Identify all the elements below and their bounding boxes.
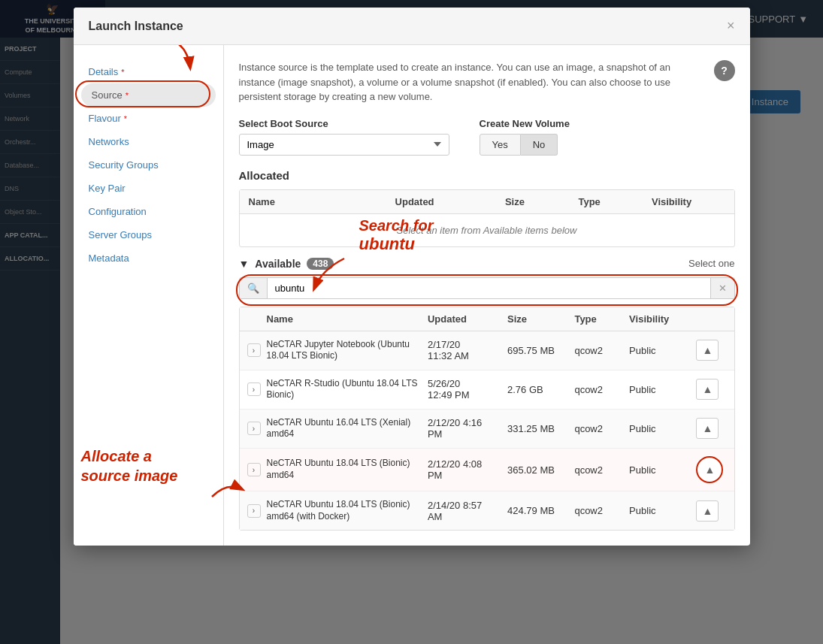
modal-main-content: ? Instance source is the template used t… [224, 45, 750, 546]
row-expand-button[interactable]: › [247, 422, 261, 435]
nav-item-metadata[interactable]: Metadata [74, 246, 223, 270]
row-expand-button[interactable]: › [247, 382, 261, 396]
available-header: ▼ Available 438 Select one [239, 258, 735, 270]
table-row: › NeCTAR Ubuntu 18.04 LTS (Bionic) amd64… [240, 491, 734, 530]
search-icon: 🔍 [240, 278, 268, 298]
modal-title: Launch Instance [89, 20, 183, 33]
help-button[interactable]: ? [714, 60, 735, 81]
allocated-table-header: Name Updated Size Type Visibility [240, 190, 734, 214]
results-table: Name Updated Size Type Visibility › NeCT… [239, 307, 735, 531]
allocate-button-highlighted[interactable]: ▲ [696, 456, 723, 483]
row-expand-button[interactable]: › [247, 504, 261, 518]
yes-button[interactable]: Yes [480, 134, 521, 156]
nav-item-configuration[interactable]: Configuration [74, 200, 223, 223]
available-title: ▼ Available 438 [239, 258, 334, 270]
allocated-empty-message: Select an item from Available items belo… [240, 214, 734, 246]
search-wrapper: Search forubuntu 🔍 [239, 277, 735, 299]
boot-source-select[interactable]: Image [239, 134, 449, 156]
no-button[interactable]: No [521, 134, 558, 156]
modal-close-button[interactable]: × [727, 18, 735, 34]
nav-item-key-pair[interactable]: Key Pair [74, 177, 223, 200]
new-volume-label: Create New Volume [480, 118, 570, 129]
highlighted-allocate-wrapper: ▲ [696, 456, 726, 483]
allocated-title: Allocated [239, 169, 735, 182]
results-table-header: Name Updated Size Type Visibility [240, 307, 734, 331]
table-row: › NeCTAR R-Studio (Ubuntu 18.04 LTS Bion… [240, 370, 734, 410]
modal-navigation: Go to Source tab Details * [74, 45, 224, 546]
allocated-table: Name Updated Size Type Visibility Select… [239, 189, 735, 247]
row-expand-button[interactable]: › [247, 463, 261, 476]
source-description: Instance source is the template used to … [239, 60, 735, 104]
available-badge: 438 [307, 258, 334, 270]
nav-item-networks[interactable]: Networks [74, 130, 223, 153]
boot-source-group: Select Boot Source Image [239, 118, 449, 156]
nav-item-security-groups[interactable]: Security Groups [74, 153, 223, 177]
modal-overlay: Launch Instance × Go to Source tab [0, 0, 823, 644]
yes-no-toggle: Yes No [480, 134, 570, 156]
row-expand-button[interactable]: › [247, 343, 261, 357]
allocate-button[interactable]: ▲ [696, 379, 719, 400]
select-one-label: Select one [688, 258, 734, 269]
modal-body: Go to Source tab Details * [74, 45, 750, 546]
search-box: 🔍 ✕ [239, 277, 735, 299]
allocate-button[interactable]: ▲ [696, 418, 719, 439]
nav-item-flavour[interactable]: Flavour * [74, 107, 223, 130]
new-volume-group: Create New Volume Yes No [480, 118, 570, 156]
nav-item-details[interactable]: Details * [74, 60, 223, 83]
nav-item-source[interactable]: Source * [81, 83, 216, 107]
boot-source-label: Select Boot Source [239, 118, 449, 129]
table-row: › NeCTAR Ubuntu 16.04 LTS (Xenial) amd64… [240, 410, 734, 449]
nav-item-source-wrapper: Source * [74, 83, 223, 107]
table-row: › NeCTAR Ubuntu 18.04 LTS (Bionic) amd64… [240, 449, 734, 491]
launch-instance-modal: Launch Instance × Go to Source tab [74, 8, 750, 546]
annotation-allocate: Allocate asource image [81, 446, 178, 485]
nav-item-server-groups[interactable]: Server Groups [74, 223, 223, 246]
form-row-boot: Select Boot Source Image Create New Volu… [239, 118, 735, 156]
allocate-button[interactable]: ▲ [696, 500, 719, 522]
table-row: › NeCTAR Jupyter Notebook (Ubuntu 18.04 … [240, 331, 734, 370]
modal-header: Launch Instance × [74, 8, 750, 45]
search-clear-button[interactable]: ✕ [710, 278, 734, 298]
search-input[interactable] [268, 278, 710, 298]
allocate-button[interactable]: ▲ [696, 340, 719, 361]
